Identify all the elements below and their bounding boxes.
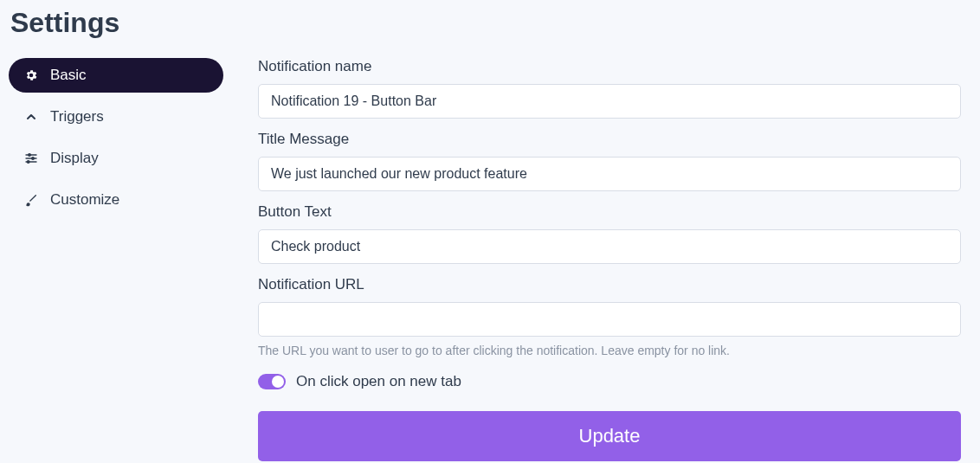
sidebar-item-basic[interactable]: Basic <box>9 58 223 93</box>
notification-name-input[interactable] <box>258 84 961 119</box>
field-label: Notification name <box>258 58 961 75</box>
button-text-input[interactable] <box>258 229 961 264</box>
sidebar-item-triggers[interactable]: Triggers <box>9 100 223 134</box>
page-title: Settings <box>10 7 971 39</box>
field-help-text: The URL you want to user to go to after … <box>258 344 961 357</box>
svg-point-5 <box>27 161 29 164</box>
notification-url-input[interactable] <box>258 302 961 337</box>
settings-form: Notification name Title Message Button T… <box>258 58 971 461</box>
field-title-message: Title Message <box>258 131 961 191</box>
field-notification-name: Notification name <box>258 58 961 119</box>
field-button-text: Button Text <box>258 203 961 264</box>
sidebar-item-label: Display <box>50 150 99 167</box>
brush-icon <box>24 193 38 207</box>
field-label: Title Message <box>258 131 961 148</box>
new-tab-toggle-row: On click open on new tab <box>258 373 961 390</box>
chevron-up-icon <box>24 110 38 124</box>
settings-layout: Basic Triggers Display Customize Notific… <box>9 58 971 461</box>
sliders-icon <box>24 151 38 165</box>
sidebar-item-label: Customize <box>50 191 119 209</box>
new-tab-toggle[interactable] <box>258 374 286 389</box>
settings-sidebar: Basic Triggers Display Customize <box>9 58 223 461</box>
toggle-label: On click open on new tab <box>296 373 461 390</box>
field-notification-url: Notification URL The URL you want to use… <box>258 276 961 357</box>
svg-point-1 <box>29 154 31 157</box>
svg-point-3 <box>32 158 35 160</box>
sidebar-item-label: Basic <box>50 67 87 84</box>
sidebar-item-display[interactable]: Display <box>9 141 223 176</box>
field-label: Button Text <box>258 203 961 221</box>
update-button[interactable]: Update <box>258 411 961 461</box>
gear-icon <box>24 68 38 82</box>
sidebar-item-label: Triggers <box>50 108 104 125</box>
sidebar-item-customize[interactable]: Customize <box>9 183 223 217</box>
title-message-input[interactable] <box>258 157 961 191</box>
field-label: Notification URL <box>258 276 961 293</box>
